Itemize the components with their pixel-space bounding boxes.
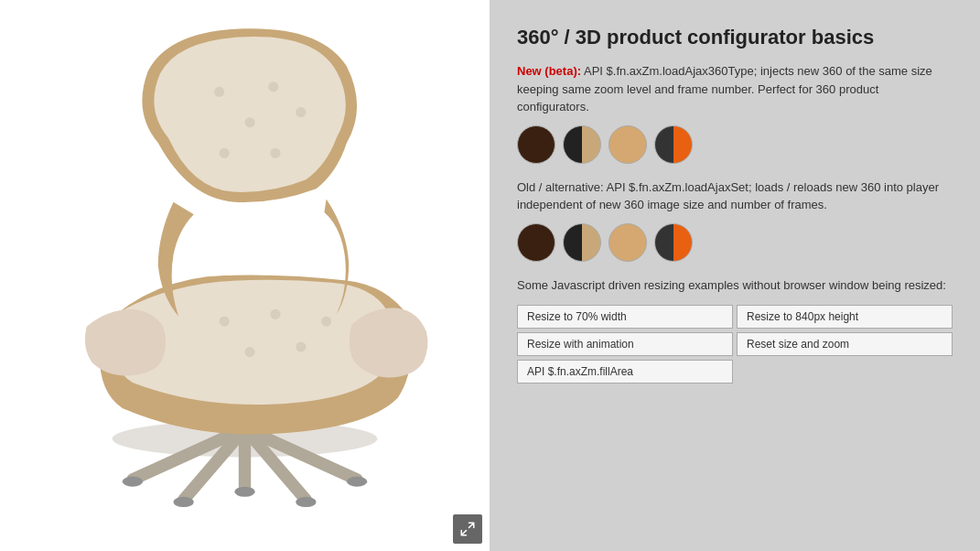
resize-70-button[interactable]: Resize to 70% width bbox=[517, 305, 733, 329]
svg-point-12 bbox=[220, 317, 230, 327]
svg-point-22 bbox=[270, 148, 280, 158]
svg-point-13 bbox=[270, 309, 280, 319]
swatch-dark-1[interactable] bbox=[517, 125, 555, 164]
beta-section: New (beta): API $.fn.axZm.loadAjax360Typ… bbox=[517, 62, 953, 164]
alt-section: Old / alternative: API $.fn.axZm.loadAja… bbox=[517, 178, 953, 262]
swatch-dark-2[interactable] bbox=[517, 223, 555, 262]
resize-animation-button[interactable]: Resize with animation bbox=[517, 332, 733, 356]
expand-button[interactable] bbox=[453, 514, 482, 544]
swatches-row-2 bbox=[517, 223, 953, 262]
swatches-row-1 bbox=[517, 125, 953, 164]
svg-point-20 bbox=[296, 107, 306, 117]
expand-icon bbox=[459, 521, 476, 537]
beta-label: New (beta): bbox=[517, 64, 581, 78]
reset-size-button[interactable]: Reset size and zoom bbox=[737, 332, 953, 356]
beta-description: New (beta): API $.fn.axZm.loadAjax360Typ… bbox=[517, 62, 953, 116]
button-grid: Resize to 70% width Resize to 840px heig… bbox=[517, 305, 953, 384]
svg-point-21 bbox=[220, 148, 230, 158]
resize-description: Some Javascript driven resizing examples… bbox=[517, 276, 953, 295]
svg-point-7 bbox=[347, 477, 367, 487]
swatch-tan-2[interactable] bbox=[608, 223, 647, 262]
resize-840-button[interactable]: Resize to 840px height bbox=[737, 305, 953, 329]
swatch-half-2[interactable] bbox=[563, 223, 601, 262]
svg-point-9 bbox=[296, 497, 316, 507]
viewer-panel bbox=[0, 0, 490, 551]
page-title: 360° / 3D product configurator basics bbox=[517, 26, 953, 49]
svg-point-6 bbox=[123, 477, 143, 487]
info-panel: 360° / 3D product configurator basics Ne… bbox=[490, 0, 980, 551]
svg-point-16 bbox=[296, 341, 306, 351]
svg-point-15 bbox=[245, 347, 255, 357]
svg-point-8 bbox=[173, 497, 193, 507]
fill-area-button[interactable]: API $.fn.axZm.fillArea bbox=[517, 360, 733, 384]
svg-point-10 bbox=[234, 487, 254, 497]
svg-point-17 bbox=[214, 87, 224, 97]
swatch-orange-1[interactable] bbox=[654, 125, 693, 164]
alt-description: Old / alternative: API $.fn.axZm.loadAja… bbox=[517, 178, 953, 214]
svg-point-18 bbox=[268, 81, 278, 92]
svg-point-14 bbox=[321, 317, 331, 327]
resize-section: Some Javascript driven resizing examples… bbox=[517, 276, 953, 384]
swatch-tan-1[interactable] bbox=[608, 125, 647, 164]
svg-point-19 bbox=[245, 117, 255, 127]
swatch-orange-2[interactable] bbox=[654, 223, 693, 262]
chair-image bbox=[0, 0, 490, 551]
swatch-half-1[interactable] bbox=[563, 125, 601, 164]
